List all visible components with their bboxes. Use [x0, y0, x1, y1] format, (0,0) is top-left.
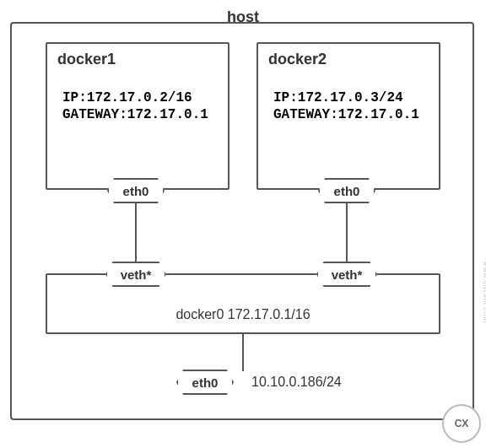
host-ip-label: 10.10.0.186/24 [251, 375, 342, 390]
eth0-chip-container2: eth0 [318, 178, 375, 203]
container-docker2: docker2 IP:172.17.0.3/24 GATEWAY:172.17.… [256, 42, 440, 190]
eth0-chip-container1: eth0 [107, 178, 165, 203]
eth0-chip-host: eth0 [176, 370, 234, 395]
container-docker1: docker1 IP:172.17.0.2/16 GATEWAY:172.17.… [46, 42, 230, 190]
bridge-label: docker0 172.17.0.1/16 [176, 307, 310, 322]
diagram-stage: host docker1 IP:172.17.0.2/16 GATEWAY:17… [0, 0, 486, 448]
container-gateway: GATEWAY:172.17.0.1 [62, 107, 208, 122]
container-ip: IP:172.17.0.2/16 [62, 90, 192, 105]
container-title: docker2 [268, 51, 327, 68]
logo-icon: CX [442, 404, 481, 443]
bridge-docker0: docker0 172.17.0.1/16 [46, 273, 440, 334]
watermark-text: www.cdcxhl.com [482, 262, 486, 323]
veth-chip-1: veth* [105, 262, 166, 287]
container-title: docker1 [57, 51, 116, 68]
veth-chip-2: veth* [316, 262, 377, 287]
container-gateway: GATEWAY:172.17.0.1 [273, 107, 419, 122]
container-ip: IP:172.17.0.3/24 [273, 90, 403, 105]
link-line [346, 202, 348, 263]
link-line [135, 202, 137, 263]
link-line [242, 334, 244, 371]
